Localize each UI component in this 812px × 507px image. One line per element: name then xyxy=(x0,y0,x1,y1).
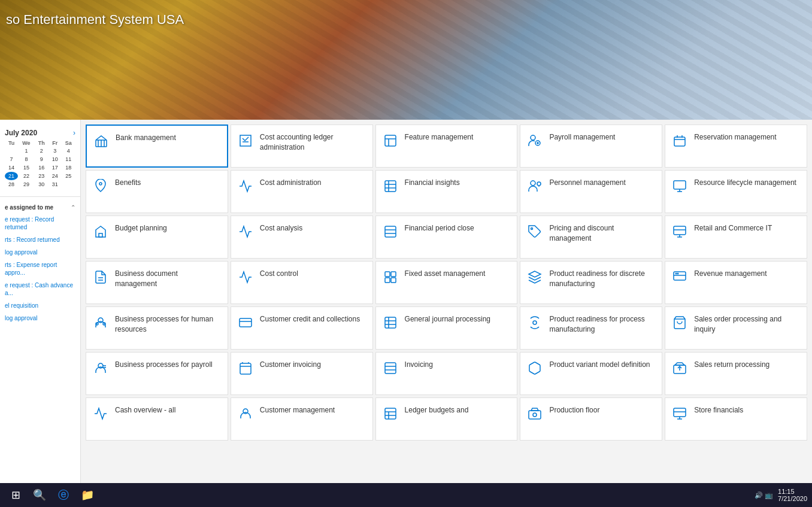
cal-day[interactable]: 31 xyxy=(49,180,62,189)
cal-day[interactable]: 7 xyxy=(5,155,18,163)
svg-rect-9 xyxy=(674,137,685,146)
tile-benefits[interactable]: Benefits xyxy=(86,170,228,213)
benefits-icon xyxy=(92,178,109,195)
tile-financial-period-close[interactable]: Financial period close xyxy=(375,215,518,259)
cal-day[interactable]: 1 xyxy=(18,147,35,155)
tile-personnel-management[interactable]: Personnel management xyxy=(520,170,662,213)
tile-cost-administration[interactable]: Cost administration xyxy=(231,170,373,213)
tile-business-document[interactable]: Business document management xyxy=(86,261,228,304)
cal-day[interactable] xyxy=(5,147,18,155)
svg-rect-32 xyxy=(391,272,396,277)
tile-cost-control[interactable]: Cost control xyxy=(231,261,373,304)
tile-financial-insights[interactable]: Financial insights xyxy=(375,170,518,213)
cal-day[interactable]: 8 xyxy=(18,155,35,163)
product-readiness-process-icon xyxy=(526,314,543,331)
budget-icon xyxy=(92,223,109,240)
tile-pricing-discount[interactable]: Pricing and discount management xyxy=(520,215,662,259)
assigned-item-5[interactable]: e request : Cash advance a... xyxy=(0,279,80,299)
tile-business-processes-hr[interactable]: Business processes for human resources xyxy=(86,306,228,350)
assigned-item-6[interactable]: el requisition xyxy=(0,299,80,312)
cal-day[interactable]: 11 xyxy=(62,155,75,163)
tile-customer-management-label: Customer management xyxy=(260,405,366,415)
tile-payroll-management[interactable]: Payroll management xyxy=(520,125,662,168)
ie-button[interactable]: ⓔ xyxy=(53,485,74,505)
cal-day[interactable]: 4 xyxy=(62,147,75,155)
explorer-button[interactable]: 📁 xyxy=(77,485,98,505)
svg-point-24 xyxy=(531,228,533,230)
tile-business-processes-payroll-label: Business processes for payroll xyxy=(115,360,222,370)
tile-sales-order-processing[interactable]: Sales order processing and inquiry xyxy=(665,306,807,350)
cal-day-today[interactable]: 21 xyxy=(5,172,18,180)
cal-day[interactable]: 17 xyxy=(49,163,62,172)
tile-store-financials-label: Store financials xyxy=(694,405,801,415)
tile-customer-management[interactable]: Customer management xyxy=(231,397,373,441)
start-button[interactable]: ⊞ xyxy=(5,485,26,505)
tile-store-financials[interactable]: Store financials xyxy=(665,397,807,441)
cal-day[interactable] xyxy=(62,180,75,189)
tile-fixed-asset[interactable]: Fixed asset management xyxy=(375,261,518,304)
tile-budget-planning[interactable]: Budget planning xyxy=(86,215,228,259)
tile-invoicing[interactable]: Invoicing xyxy=(375,352,518,395)
tile-business-processes-payroll[interactable]: Business processes for payroll xyxy=(86,352,228,395)
tile-business-processes-hr-label: Business processes for human resources xyxy=(115,314,222,335)
cal-day[interactable]: 2 xyxy=(35,147,49,155)
reservation-icon xyxy=(671,132,688,149)
production-floor-icon xyxy=(526,405,543,422)
svg-rect-11 xyxy=(385,181,396,192)
tile-production-floor[interactable]: Production floor xyxy=(520,397,662,441)
cal-day[interactable]: 30 xyxy=(35,180,49,189)
svg-point-16 xyxy=(537,182,541,186)
cal-day[interactable]: 15 xyxy=(18,163,35,172)
tile-reservation-management[interactable]: Reservation management xyxy=(665,125,807,168)
assigned-item-7[interactable]: log approval xyxy=(0,312,80,324)
tile-feature-management[interactable]: Feature management xyxy=(375,125,518,168)
tile-cash-overview[interactable]: Cash overview - all xyxy=(86,397,228,441)
calendar-next-button[interactable]: › xyxy=(73,129,75,137)
svg-rect-69 xyxy=(674,408,686,417)
tile-ledger-budgets[interactable]: Ledger budgets and xyxy=(375,397,518,441)
folder-icon: 📁 xyxy=(81,488,94,502)
cal-day[interactable]: 16 xyxy=(35,163,49,172)
cal-day[interactable]: 14 xyxy=(5,163,18,172)
cal-day[interactable]: 3 xyxy=(49,147,62,155)
tile-customer-invoicing[interactable]: Customer invoicing xyxy=(231,352,373,395)
tile-customer-credit[interactable]: Customer credit and collections xyxy=(231,306,373,350)
assigned-item-1[interactable]: e request : Record returned xyxy=(0,213,80,233)
assigned-item-4[interactable]: rts : Expense report appro... xyxy=(0,259,80,279)
tile-retail-commerce[interactable]: Retail and Commerce IT xyxy=(665,215,807,259)
tile-product-readiness-discrete[interactable]: Product readiness for discrete manufactu… xyxy=(520,261,662,304)
search-button[interactable]: 🔍 xyxy=(29,485,50,505)
assigned-item-3[interactable]: log approval xyxy=(0,246,80,259)
tile-financial-insights-label: Financial insights xyxy=(405,178,511,188)
cal-day[interactable]: 23 xyxy=(35,172,49,180)
sidebar: July 2020 › Tu We Th Fr Sa xyxy=(0,120,81,507)
invoicing-icon xyxy=(382,360,399,377)
tile-product-variant[interactable]: Product variant model definition xyxy=(520,352,662,395)
tile-general-journal[interactable]: General journal processing xyxy=(375,306,518,350)
calendar: July 2020 › Tu We Th Fr Sa xyxy=(0,126,80,192)
svg-point-7 xyxy=(531,135,535,140)
cal-day[interactable]: 18 xyxy=(62,163,75,172)
svg-rect-57 xyxy=(385,363,396,374)
cal-day[interactable]: 10 xyxy=(49,155,62,163)
product-variant-icon xyxy=(526,360,543,377)
assigned-section-header[interactable]: e assigned to me ⌃ xyxy=(0,202,80,213)
svg-point-68 xyxy=(533,413,537,417)
cal-day[interactable]: 9 xyxy=(35,155,49,163)
tile-resource-lifecycle[interactable]: Resource lifecycle management xyxy=(665,170,807,213)
document-icon xyxy=(92,269,109,286)
cal-day[interactable]: 29 xyxy=(18,180,35,189)
assigned-item-2[interactable]: rts : Record returned xyxy=(0,233,80,246)
cal-day[interactable]: 28 xyxy=(5,180,18,189)
tile-sales-return[interactable]: Sales return processing xyxy=(665,352,807,395)
tile-bank-management[interactable]: Bank management xyxy=(86,125,228,168)
tile-payroll-management-label: Payroll management xyxy=(549,132,656,142)
tile-product-readiness-process[interactable]: Product readiness for process manufactur… xyxy=(520,306,662,350)
tile-cost-analysis[interactable]: Cost analysis xyxy=(231,215,373,259)
tile-revenue-management[interactable]: Revenue management xyxy=(665,261,807,304)
cal-day[interactable]: 24 xyxy=(49,172,62,180)
tile-cost-accounting-ledger[interactable]: Cost accounting ledger administration xyxy=(231,125,373,168)
cal-day[interactable]: 22 xyxy=(18,172,35,180)
cal-day[interactable]: 25 xyxy=(62,172,75,180)
business-payroll-icon xyxy=(92,360,109,377)
